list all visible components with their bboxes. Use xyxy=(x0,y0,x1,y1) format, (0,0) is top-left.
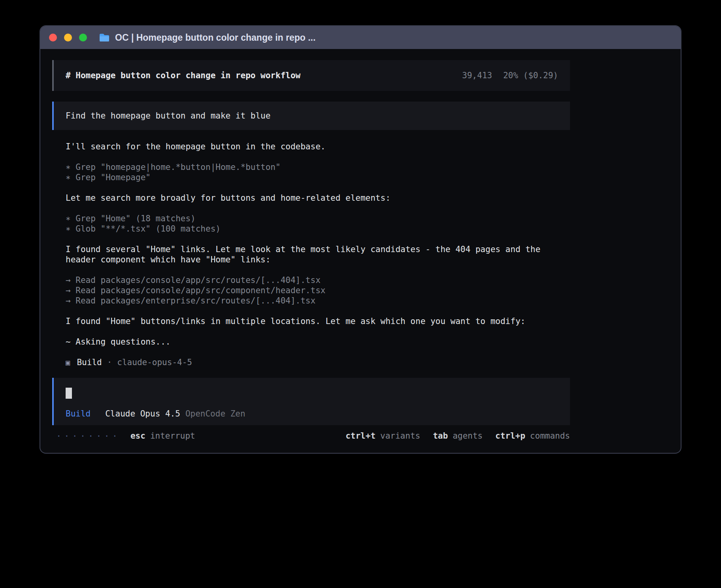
assistant-paragraph: I found several "Home" links. Let me loo… xyxy=(66,244,570,265)
esc-label: interrupt xyxy=(150,431,195,441)
commands-label: commands xyxy=(530,431,570,441)
assistant-paragraph: I'll search for the homepage button in t… xyxy=(66,141,570,152)
assistant-text: Let me search more broadly for buttons a… xyxy=(66,193,570,203)
folder-icon xyxy=(99,33,110,42)
tool-call-group: ∗ Grep "homepage|home.*button|Home.*butt… xyxy=(66,162,570,183)
prompt-input[interactable]: Build Claude Opus 4.5 OpenCode Zen xyxy=(52,378,570,425)
shortcut-hints: ctrl+t variants tab agents ctrl+p comman… xyxy=(345,431,570,441)
close-button[interactable] xyxy=(49,34,57,41)
terminal-body: # Homepage button color change in repo w… xyxy=(52,60,570,441)
tool-call-group: → Read packages/console/app/src/routes/[… xyxy=(66,275,570,306)
agent-name: Build xyxy=(77,357,102,368)
agent-mode-label[interactable]: Build xyxy=(66,409,91,418)
tool-call-read: → Read packages/console/app/src/routes/[… xyxy=(66,275,570,285)
traffic-lights xyxy=(49,34,87,41)
agent-separator: · xyxy=(107,357,112,368)
tool-call-glob: ∗ Glob "**/*.tsx" (100 matches) xyxy=(66,224,570,234)
assistant-text: I found several "Home" links. Let me loo… xyxy=(66,244,570,265)
assistant-status: ~ Asking questions... xyxy=(66,337,570,347)
tool-call-grep: ∗ Grep "Homepage" xyxy=(66,172,570,183)
assistant-paragraph: Let me search more broadly for buttons a… xyxy=(66,193,570,203)
terminal-window: OC | Homepage button color change in rep… xyxy=(40,25,681,454)
shortcut-interrupt: esc interrupt xyxy=(130,431,195,441)
input-statusline: Build Claude Opus 4.5 OpenCode Zen xyxy=(66,409,558,418)
shortcut-agents: tab agents xyxy=(433,431,483,441)
agents-label: agents xyxy=(453,431,483,441)
window-title: OC | Homepage button color change in rep… xyxy=(115,32,315,43)
status-bar: ········ esc interrupt ctrl+t variants t… xyxy=(52,430,570,441)
variants-label: variants xyxy=(380,431,420,441)
agent-status-line: ▣ Build · claude-opus-4-5 xyxy=(66,357,570,368)
minimize-button[interactable] xyxy=(64,34,72,41)
model-provider-label: OpenCode Zen xyxy=(185,409,245,418)
assistant-paragraph: I found "Home" buttons/links in multiple… xyxy=(66,316,570,326)
text-cursor xyxy=(66,388,72,399)
tool-call-grep: ∗ Grep "homepage|home.*button|Home.*butt… xyxy=(66,162,570,172)
assistant-text: I found "Home" buttons/links in multiple… xyxy=(66,316,570,326)
tool-call-read: → Read packages/enterprise/src/routes/[.… xyxy=(66,296,570,306)
agent-icon: ▣ xyxy=(66,357,70,368)
assistant-text: I'll search for the homepage button in t… xyxy=(66,141,570,152)
ctrl-t-key: ctrl+t xyxy=(345,431,376,441)
session-title: # Homepage button color change in repo w… xyxy=(66,71,300,80)
esc-key: esc xyxy=(130,431,145,441)
shortcut-variants: ctrl+t variants xyxy=(345,431,420,441)
assistant-response: I'll search for the homepage button in t… xyxy=(52,141,570,368)
tool-call-read: → Read packages/console/app/src/componen… xyxy=(66,285,570,296)
asking-questions-status: ~ Asking questions... xyxy=(66,337,570,347)
context-usage: 20% ($0.29) xyxy=(503,71,558,80)
tool-call-group: ∗ Grep "Home" (18 matches) ∗ Glob "**/*.… xyxy=(66,213,570,234)
tab-key: tab xyxy=(433,431,448,441)
agent-model: claude-opus-4-5 xyxy=(117,357,192,368)
window-titlebar[interactable]: OC | Homepage button color change in rep… xyxy=(40,26,681,49)
user-message: Find the homepage button and make it blu… xyxy=(52,102,570,130)
model-name-label[interactable]: Claude Opus 4.5 xyxy=(105,409,180,418)
shortcut-commands: ctrl+p commands xyxy=(495,431,570,441)
session-stats: 39,413 20% ($0.29) xyxy=(462,71,558,80)
user-message-text: Find the homepage button and make it blu… xyxy=(66,111,270,121)
spinner-dots: ········ xyxy=(52,431,120,441)
token-count: 39,413 xyxy=(462,71,492,80)
tool-call-grep: ∗ Grep "Home" (18 matches) xyxy=(66,213,570,224)
session-header: # Homepage button color change in repo w… xyxy=(52,60,570,91)
ctrl-p-key: ctrl+p xyxy=(495,431,525,441)
zoom-button[interactable] xyxy=(79,34,87,41)
